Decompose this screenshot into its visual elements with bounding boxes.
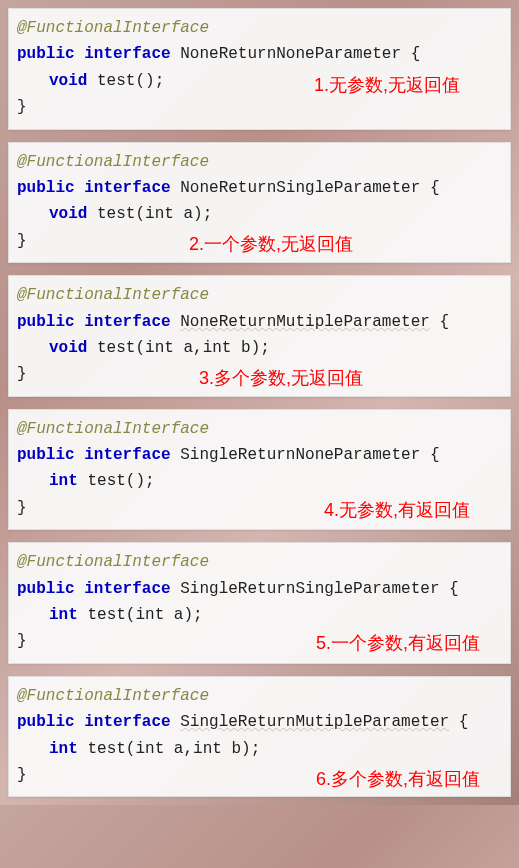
- open-brace: {: [449, 580, 459, 598]
- code-block-4: @FunctionalInterface public interface Si…: [8, 409, 511, 531]
- declaration-line: public interface SingleReturnNoneParamet…: [17, 442, 502, 468]
- annotation-line: @FunctionalInterface: [17, 416, 502, 442]
- keywords: public interface: [17, 713, 171, 731]
- close-brace: }: [17, 232, 27, 250]
- semicolon: ;: [260, 339, 270, 357]
- declaration-line: public interface SingleReturnMutiplePara…: [17, 709, 502, 735]
- close-brace: }: [17, 98, 27, 116]
- annotation: @FunctionalInterface: [17, 286, 209, 304]
- return-type: void: [49, 205, 87, 223]
- caption-1: 1.无参数,无返回值: [314, 71, 460, 101]
- method-name: test: [97, 339, 135, 357]
- annotation-line: @FunctionalInterface: [17, 149, 502, 175]
- code-block-6: @FunctionalInterface public interface Si…: [8, 676, 511, 798]
- declaration-line: public interface NoneReturnSingleParamet…: [17, 175, 502, 201]
- close-brace: }: [17, 499, 27, 517]
- return-type: void: [49, 72, 87, 90]
- caption-6: 6.多个参数,有返回值: [316, 765, 480, 795]
- return-type: int: [49, 606, 78, 624]
- method-params: (): [135, 72, 154, 90]
- interface-name: SingleReturnMutipleParameter: [180, 713, 449, 731]
- annotation-line: @FunctionalInterface: [17, 15, 502, 41]
- semicolon: ;: [251, 740, 261, 758]
- caption-2: 2.一个参数,无返回值: [189, 230, 353, 260]
- method-params: (): [126, 472, 145, 490]
- interface-name: NoneReturnMutipleParameter: [180, 313, 430, 331]
- declaration-line: public interface NoneReturnMutipleParame…: [17, 309, 502, 335]
- interface-name: SingleReturnSingleParameter: [180, 580, 439, 598]
- method-name: test: [97, 72, 135, 90]
- method-name: test: [87, 472, 125, 490]
- open-brace: {: [430, 179, 440, 197]
- open-brace: {: [439, 313, 449, 331]
- annotation: @FunctionalInterface: [17, 553, 209, 571]
- semicolon: ;: [145, 472, 155, 490]
- return-type: int: [49, 740, 78, 758]
- annotation-line: @FunctionalInterface: [17, 549, 502, 575]
- declaration-line: public interface NoneReturnNoneParameter…: [17, 41, 502, 67]
- annotation-line: @FunctionalInterface: [17, 282, 502, 308]
- caption-3: 3.多个参数,无返回值: [199, 364, 363, 394]
- method-name: test: [87, 740, 125, 758]
- annotation: @FunctionalInterface: [17, 687, 209, 705]
- semicolon: ;: [193, 606, 203, 624]
- method-line: void test(int a,int b);: [17, 335, 502, 361]
- declaration-line: public interface SingleReturnSingleParam…: [17, 576, 502, 602]
- code-block-5: @FunctionalInterface public interface Si…: [8, 542, 511, 664]
- method-params: (int a,int b): [126, 740, 251, 758]
- method-params: (int a): [126, 606, 193, 624]
- keywords: public interface: [17, 179, 171, 197]
- code-block-3: @FunctionalInterface public interface No…: [8, 275, 511, 397]
- method-line: int test(int a,int b);: [17, 736, 502, 762]
- keywords: public interface: [17, 580, 171, 598]
- keywords: public interface: [17, 45, 171, 63]
- caption-5: 5.一个参数,有返回值: [316, 629, 480, 659]
- close-brace: }: [17, 766, 27, 784]
- open-brace: {: [430, 446, 440, 464]
- caption-4: 4.无参数,有返回值: [324, 496, 470, 526]
- interface-name: NoneReturnSingleParameter: [180, 179, 420, 197]
- annotation-line: @FunctionalInterface: [17, 683, 502, 709]
- annotation: @FunctionalInterface: [17, 153, 209, 171]
- method-name: test: [97, 205, 135, 223]
- code-block-2: @FunctionalInterface public interface No…: [8, 142, 511, 264]
- keywords: public interface: [17, 313, 171, 331]
- return-type: int: [49, 472, 78, 490]
- close-brace: }: [17, 632, 27, 650]
- method-params: (int a,int b): [135, 339, 260, 357]
- method-line: int test();: [17, 468, 502, 494]
- code-block-1: @FunctionalInterface public interface No…: [8, 8, 511, 130]
- close-brace: }: [17, 365, 27, 383]
- interface-name: SingleReturnNoneParameter: [180, 446, 420, 464]
- semicolon: ;: [155, 72, 165, 90]
- return-type: void: [49, 339, 87, 357]
- open-brace: {: [411, 45, 421, 63]
- annotation: @FunctionalInterface: [17, 19, 209, 37]
- semicolon: ;: [203, 205, 213, 223]
- open-brace: {: [459, 713, 469, 731]
- interface-name: NoneReturnNoneParameter: [180, 45, 401, 63]
- annotation: @FunctionalInterface: [17, 420, 209, 438]
- method-name: test: [87, 606, 125, 624]
- method-line: int test(int a);: [17, 602, 502, 628]
- keywords: public interface: [17, 446, 171, 464]
- method-params: (int a): [135, 205, 202, 223]
- method-line: void test(int a);: [17, 201, 502, 227]
